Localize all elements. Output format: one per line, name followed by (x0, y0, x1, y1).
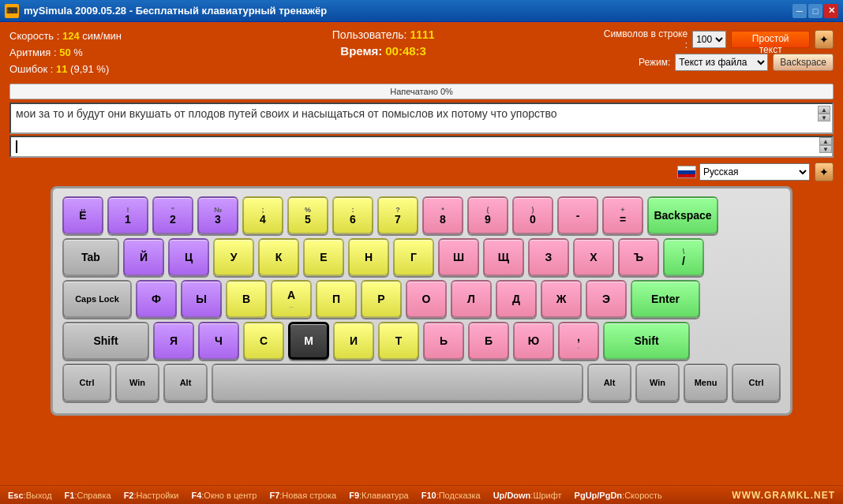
key-slash[interactable]: \/ (663, 238, 704, 276)
settings-panel: Символов в строке : 100 50 150 200 Прост… (599, 28, 834, 71)
key-ctrl-left[interactable]: Ctrl (62, 364, 111, 401)
key-row-4: Ctrl Win Alt Alt Win Menu Ctrl (62, 364, 781, 401)
key-win-left[interactable]: Win (115, 364, 159, 401)
language-row: Русская English ✦ (9, 162, 834, 181)
lang-gear-button[interactable]: ✦ (815, 162, 834, 181)
key-tab[interactable]: Tab (62, 238, 119, 276)
window-controls: ─ □ ✕ (792, 4, 838, 18)
key-f[interactable]: Ф (136, 280, 177, 318)
key-win-right[interactable]: Win (635, 364, 680, 401)
key-6[interactable]: :6 (332, 196, 373, 234)
text-display-wrapper: мои за то и будут они вкушать от плодов … (9, 103, 834, 134)
key-row-3: Shift Я Ч С М И Т Ь Б Ю ,. Shift (62, 322, 781, 360)
key-zh[interactable]: Ж (541, 280, 582, 318)
key-t[interactable]: Т (378, 322, 419, 360)
close-button[interactable]: ✕ (824, 4, 838, 18)
key-capslock[interactable]: Caps Lock (62, 280, 132, 318)
key-i[interactable]: И (333, 322, 374, 360)
key-7[interactable]: ?7 (377, 196, 418, 234)
key-sch[interactable]: Щ (483, 238, 524, 276)
backspace-button[interactable]: Backspace (773, 54, 834, 71)
key-9[interactable]: (9 (467, 196, 508, 234)
language-select-wrapper: Русская English (677, 163, 810, 181)
display-text: мои за то и будут они вкушать от плодов … (16, 107, 556, 120)
key-s[interactable]: С (243, 322, 284, 360)
stats-center: Пользователь: 1111 Время: 00:48:3 (167, 28, 599, 58)
key-ch[interactable]: Ч (198, 322, 239, 360)
key-enter[interactable]: Enter (631, 280, 700, 318)
mode-label: Режим: (599, 57, 670, 68)
stats-left: Скорость : 124 сим/мин Аритмия : 50 % Ош… (9, 28, 167, 77)
key-z[interactable]: З (528, 238, 569, 276)
key-3[interactable]: №3 (197, 196, 238, 234)
key-m[interactable]: М (288, 322, 329, 360)
key-5[interactable]: %5 (287, 196, 328, 234)
key-u[interactable]: У (213, 238, 254, 276)
key-k[interactable]: К (258, 238, 299, 276)
key-8[interactable]: *8 (422, 196, 463, 234)
key-4[interactable]: ;4 (242, 196, 283, 234)
key-alt-right[interactable]: Alt (587, 364, 631, 401)
key-1[interactable]: !1 (107, 196, 148, 234)
sb-pgupdn: PgUp/PgDn:Скорость (575, 491, 662, 500)
key-comma[interactable]: ,. (558, 322, 599, 360)
key-ts[interactable]: Ц (168, 238, 209, 276)
key-shift-left[interactable]: Shift (62, 322, 149, 360)
key-p[interactable]: П (316, 280, 357, 318)
sb-esc: Esc:Выход (8, 491, 52, 500)
key-o[interactable]: О (406, 280, 447, 318)
key-0[interactable]: )0 (512, 196, 553, 234)
key-d[interactable]: Д (496, 280, 537, 318)
key-g[interactable]: Г (393, 238, 434, 276)
scroll-down-button[interactable]: ▼ (818, 114, 830, 121)
key-minus[interactable]: - (557, 196, 598, 234)
key-yo[interactable]: Ё (62, 196, 103, 234)
key-row-1: Tab Й Ц У К Е Н Г Ш Щ З Х Ъ \/ (62, 238, 781, 276)
speed-stat: Скорость : 124 сим/мин (9, 28, 167, 45)
key-menu[interactable]: Menu (684, 364, 728, 401)
key-equals[interactable]: += (602, 196, 643, 234)
key-n[interactable]: Н (348, 238, 389, 276)
key-y[interactable]: Ы (181, 280, 222, 318)
key-hard[interactable]: Ъ (618, 238, 659, 276)
key-ctrl-right[interactable]: Ctrl (732, 364, 781, 401)
key-shift-right[interactable]: Shift (603, 322, 690, 360)
user-stat: Пользователь: 1111 (167, 28, 599, 41)
language-dropdown[interactable]: Русская English (699, 163, 810, 181)
statusbar: Esc:Выход F1:Справка F2:Настройки F4:Окн… (0, 485, 843, 504)
text-display: мои за то и будут они вкушать от плодов … (9, 103, 834, 134)
key-e[interactable]: Э (586, 280, 627, 318)
maximize-button[interactable]: □ (808, 4, 822, 18)
key-2[interactable]: "2 (152, 196, 193, 234)
mode-select[interactable]: Текст из файла Простой текст Случайный т… (675, 54, 768, 71)
key-soft[interactable]: Ь (423, 322, 464, 360)
key-a[interactable]: А_ (271, 280, 312, 318)
main-content: Скорость : 124 сим/мин Аритмия : 50 % Ош… (0, 22, 843, 485)
key-kh[interactable]: Х (573, 238, 614, 276)
minimize-button[interactable]: ─ (792, 4, 807, 18)
key-space[interactable] (212, 364, 583, 401)
gear-button[interactable]: ✦ (815, 30, 834, 49)
key-r[interactable]: Р (361, 280, 402, 318)
input-scroll-up[interactable]: ▲ (819, 137, 832, 145)
time-stat: Время: 00:48:3 (167, 44, 599, 58)
chars-select[interactable]: 100 50 150 200 (692, 31, 726, 48)
key-j[interactable]: Й (123, 238, 164, 276)
chars-row: Символов в строке : 100 50 150 200 Прост… (599, 28, 834, 50)
key-l[interactable]: Л (451, 280, 492, 318)
simple-text-button[interactable]: Простой текст (731, 31, 810, 48)
key-yu[interactable]: Ю (513, 322, 554, 360)
key-b[interactable]: Б (468, 322, 509, 360)
key-ye[interactable]: Е (303, 238, 344, 276)
text-input-area[interactable]: ▲ ▼ (9, 136, 834, 158)
key-ya[interactable]: Я (153, 322, 194, 360)
progress-label: Напечатано 0% (390, 87, 453, 96)
input-scroll-buttons: ▲ ▼ (819, 137, 832, 153)
window-title: mySimula 2009.05.28 - Бесплатный клавиат… (24, 5, 792, 17)
key-backspace[interactable]: Backspace (647, 196, 718, 234)
key-alt-left[interactable]: Alt (163, 364, 208, 401)
key-sh[interactable]: Ш (438, 238, 479, 276)
key-v[interactable]: В (226, 280, 267, 318)
input-scroll-down[interactable]: ▼ (819, 145, 832, 153)
scroll-up-button[interactable]: ▲ (818, 106, 830, 114)
